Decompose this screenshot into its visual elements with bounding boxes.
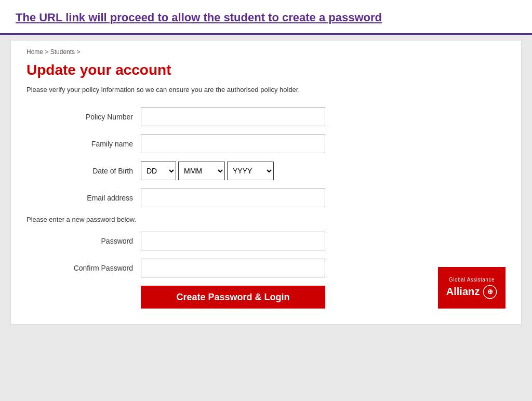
breadcrumb-separator-2: >: [76, 48, 80, 56]
date-of-birth-row: Date of Birth DD MMM YYYY: [26, 162, 421, 180]
email-label: Email address: [26, 194, 141, 202]
policy-number-label: Policy Number: [26, 113, 141, 121]
family-name-row: Family name: [26, 135, 421, 153]
breadcrumb-students[interactable]: Students: [50, 48, 75, 56]
allianz-logo: Global Assistance Allianz ⊕: [438, 267, 506, 309]
submit-row: Create Password & Login: [26, 286, 421, 309]
family-name-input[interactable]: [141, 135, 325, 153]
dob-month-select[interactable]: MMM: [178, 162, 225, 180]
allianz-brand-row: Allianz ⊕: [446, 285, 497, 299]
allianz-top-text: Global Assistance: [449, 277, 495, 283]
top-banner: The URL link will proceed to allow the s…: [0, 0, 532, 35]
breadcrumb: Home > Students >: [26, 48, 506, 56]
form-container: Policy Number Family name Date of Birth …: [26, 108, 421, 309]
dob-container: DD MMM YYYY: [141, 162, 274, 180]
password-input[interactable]: [141, 232, 325, 250]
main-content: Home > Students > Update your account Pl…: [10, 40, 522, 325]
confirm-password-row: Confirm Password: [26, 259, 421, 277]
form-description: Please verify your policy information so…: [26, 85, 506, 95]
confirm-password-label: Confirm Password: [26, 264, 141, 272]
policy-number-row: Policy Number: [26, 108, 421, 126]
confirm-password-input[interactable]: [141, 259, 325, 277]
allianz-eagle-icon: ⊕: [483, 285, 497, 299]
email-input[interactable]: [141, 189, 325, 207]
svg-text:⊕: ⊕: [487, 288, 493, 296]
date-of-birth-label: Date of Birth: [26, 167, 141, 175]
page-title: Update your account: [26, 62, 506, 78]
family-name-label: Family name: [26, 140, 141, 148]
password-note: Please enter a new password below.: [26, 216, 421, 223]
allianz-brand-name: Allianz: [446, 286, 480, 298]
breadcrumb-separator-1: >: [45, 48, 50, 56]
dob-year-select[interactable]: YYYY: [227, 162, 274, 180]
create-password-button[interactable]: Create Password & Login: [141, 286, 325, 309]
dob-day-select[interactable]: DD: [141, 162, 176, 180]
email-row: Email address: [26, 189, 421, 207]
password-label: Password: [26, 237, 141, 245]
banner-heading: The URL link will proceed to allow the s…: [16, 10, 516, 25]
password-row: Password: [26, 232, 421, 250]
policy-number-input[interactable]: [141, 108, 325, 126]
breadcrumb-home[interactable]: Home: [26, 48, 43, 56]
